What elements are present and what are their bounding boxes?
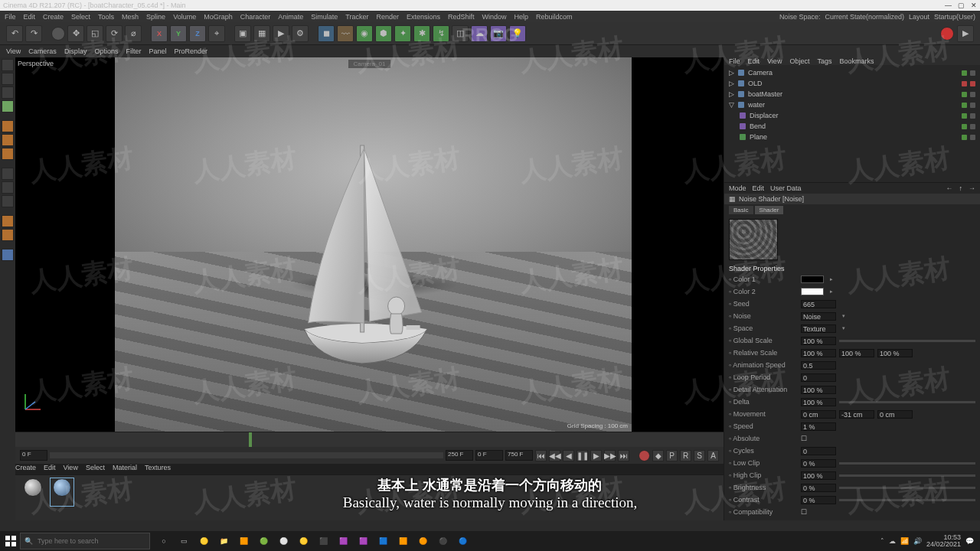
workplane-button[interactable] <box>2 86 14 99</box>
viewport-menu-item[interactable]: Display <box>64 47 87 55</box>
cortana-icon[interactable]: ○ <box>155 533 173 549</box>
subdivision-button[interactable]: ⬢ <box>375 25 392 42</box>
value-field[interactable]: Texture <box>801 324 836 333</box>
noise-preview[interactable] <box>729 219 778 260</box>
menu-item[interactable]: Character <box>240 13 271 21</box>
render-settings-button[interactable]: ⚙ <box>292 25 309 42</box>
camera-button[interactable]: 📷 <box>490 25 507 42</box>
value-field[interactable]: 100 % <box>839 349 874 357</box>
key-param-button[interactable]: A <box>707 450 719 461</box>
aftereffects-icon[interactable]: 🟪 <box>334 533 352 549</box>
property-row[interactable]: ◦ Speed1 % <box>729 421 975 432</box>
field-button[interactable]: ↯ <box>433 25 449 42</box>
menu-item[interactable]: Create <box>43 13 64 21</box>
viewport-menu-item[interactable]: View <box>6 47 21 55</box>
object-mode-button[interactable] <box>2 100 14 112</box>
environment-button[interactable]: ☁ <box>471 25 488 42</box>
attr-menu-item[interactable]: User Data <box>770 184 802 192</box>
coord-system-button[interactable]: ⌖ <box>208 25 225 42</box>
property-row[interactable]: ◦ Global Scale100 % <box>729 335 975 346</box>
app-other-icon[interactable]: 🔵 <box>453 533 472 549</box>
property-row[interactable]: ◦ Contrast0 % <box>729 494 975 505</box>
minimize-button[interactable]: — <box>945 2 952 9</box>
app-generic-icon[interactable]: ⬛ <box>314 533 332 549</box>
property-row[interactable]: ◦ Delta100 % <box>729 396 975 407</box>
rotate-tool-button[interactable]: ⟳ <box>106 25 122 42</box>
object-row[interactable]: ▷Camera <box>729 67 975 78</box>
attr-nav-back-icon[interactable]: ← <box>946 184 953 192</box>
record-button[interactable] <box>940 27 954 41</box>
undo-button[interactable]: ↶ <box>6 25 23 42</box>
taskview-icon[interactable]: ▭ <box>175 533 193 549</box>
tray-volume-icon[interactable]: 🔊 <box>913 537 922 545</box>
value-field[interactable]: 100 % <box>801 398 836 406</box>
attr-nav-fwd-icon[interactable]: → <box>969 184 975 192</box>
property-row[interactable]: ◦ High Clip100 % <box>729 470 975 481</box>
material-menu-item[interactable]: View <box>64 464 78 474</box>
play-back-button[interactable]: ◀ <box>563 450 574 461</box>
pause-button[interactable]: ❚❚ <box>577 450 588 461</box>
light-button[interactable]: 💡 <box>509 25 526 42</box>
tray-chevron-icon[interactable]: ˄ <box>880 537 884 545</box>
menu-item[interactable]: Render <box>376 13 399 21</box>
store-icon[interactable]: 🟧 <box>234 533 253 549</box>
menu-item[interactable]: RedShift <box>448 13 475 21</box>
planar-workplane-button[interactable] <box>2 229 14 241</box>
cinema4d-icon[interactable]: ⚫ <box>433 533 452 549</box>
x-axis-toggle[interactable]: X <box>151 25 168 42</box>
value-field[interactable]: Noise <box>801 312 836 321</box>
cube-primitive-button[interactable]: ◼ <box>318 25 335 42</box>
property-row[interactable]: ◦ Absolute☐ <box>729 433 975 444</box>
chrome-icon[interactable]: 🟡 <box>194 533 213 549</box>
prev-frame-button[interactable]: ◀◀ <box>549 450 560 461</box>
next-frame-button[interactable]: ▶▶ <box>604 450 616 461</box>
slider[interactable] <box>839 499 975 501</box>
goto-start-button[interactable]: ⏮ <box>535 450 547 461</box>
property-row[interactable]: ◦ Relative Scale100 %100 %100 % <box>729 347 975 358</box>
material-menu-item[interactable]: Select <box>86 464 105 474</box>
value-field[interactable]: 0 % <box>801 484 836 492</box>
noise-space-value[interactable]: Current State(normalized) <box>825 13 904 21</box>
slider[interactable] <box>839 462 975 465</box>
viewport-camera-label[interactable]: Camera_01 <box>348 60 391 68</box>
start-button[interactable] <box>2 532 20 550</box>
material-menu-item[interactable]: Material <box>113 464 137 474</box>
frame-range-a-field[interactable]: 0 F <box>475 450 503 461</box>
key-rot-button[interactable]: R <box>680 450 691 461</box>
object-row[interactable]: Plane <box>729 132 975 142</box>
mograph-button[interactable]: ✱ <box>413 25 430 42</box>
viewport[interactable]: Perspective Camera_01 <box>15 57 724 432</box>
menu-item[interactable]: Animate <box>278 13 303 21</box>
y-axis-toggle[interactable]: Y <box>170 25 187 42</box>
checkbox[interactable]: ☐ <box>801 508 807 516</box>
value-field[interactable]: 0 % <box>801 459 836 468</box>
menu-item[interactable]: Simulate <box>311 13 338 21</box>
locked-workplane-button[interactable] <box>2 215 14 227</box>
key-pos-button[interactable]: P <box>666 450 678 461</box>
material-menu-item[interactable]: Create <box>15 464 36 474</box>
object-row[interactable]: Bend <box>729 121 975 132</box>
menu-item[interactable]: Help <box>514 13 529 21</box>
value-field[interactable]: 100 % <box>801 471 836 480</box>
property-row[interactable]: ◦ Color 2▸ <box>729 286 975 297</box>
frame-start-field[interactable]: 0 F <box>20 450 47 461</box>
value-field[interactable]: 0 cm <box>801 410 836 419</box>
chevron-down-icon[interactable]: ▾ <box>842 325 845 331</box>
keyframe-record-button[interactable] <box>639 450 650 461</box>
property-row[interactable]: ◦ Seed665 <box>729 298 975 309</box>
value-field[interactable]: 0 % <box>801 496 836 504</box>
render-view-button[interactable]: ▣ <box>234 25 251 42</box>
close-button[interactable]: ✕ <box>971 2 977 9</box>
illustrator-icon[interactable]: 🟧 <box>394 533 412 549</box>
render-region-button[interactable]: ▦ <box>253 25 270 42</box>
color-swatch-black[interactable] <box>801 276 824 283</box>
render-picture-viewer-button[interactable]: ▶ <box>273 25 289 42</box>
layout-value[interactable]: Startup(User) <box>934 13 975 21</box>
value-field[interactable]: 0.5 <box>801 361 836 370</box>
menu-item[interactable]: Edit <box>24 13 36 21</box>
om-menu-item[interactable]: Tags <box>817 57 831 65</box>
autokey-button[interactable]: ◆ <box>652 450 664 461</box>
om-menu-item[interactable]: View <box>767 57 782 65</box>
value-field[interactable]: 100 % <box>801 349 836 357</box>
material-swatch-selected[interactable] <box>51 478 74 506</box>
